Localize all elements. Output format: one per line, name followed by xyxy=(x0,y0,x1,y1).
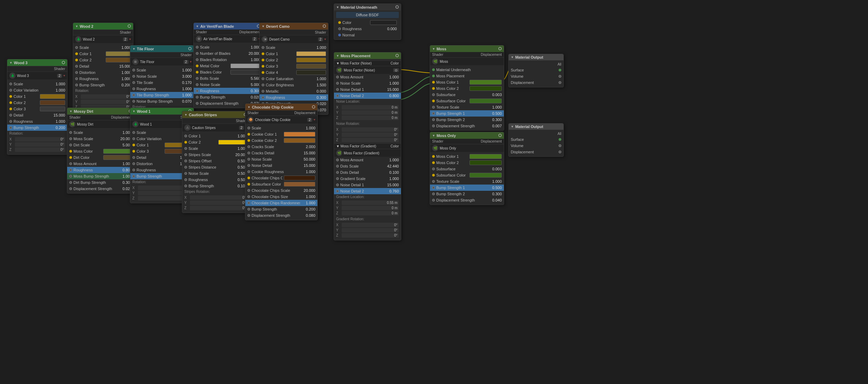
mpg-grad-rotation: X0° Y0° Z0° xyxy=(334,222,401,239)
moss-gradient-inner: 🌿 Moss Factor (Gradient) xyxy=(334,149,401,157)
moss-noise-inner: 🌿 Moss Factor (Noise) ⊙ xyxy=(334,66,401,74)
cs-rotation: X0° Y0° Z0° xyxy=(182,194,249,211)
wood3-color1-swatch[interactable] xyxy=(40,94,65,99)
desert-camo-inner: 🏜 Desert Camo 2 ♥ xyxy=(260,35,328,43)
wood3-color1-socket xyxy=(9,95,12,98)
wood3-header[interactable]: ▼ Wood 3 ⬡ xyxy=(7,59,67,66)
m-placement: Moss Placement xyxy=(430,73,504,79)
air-vent-header[interactable]: ▼ Air Vent/Fan Blade ⬡ xyxy=(194,23,262,29)
wood2-roughness: Roughness 1.000 xyxy=(73,76,133,82)
av-bump: Bump Strength0.020 xyxy=(194,94,262,100)
wood3-color2-swatch[interactable] xyxy=(40,100,65,105)
m-bump1: Bump Strength 10.500 xyxy=(430,110,504,117)
moss-factor-noise-header: ▼ Moss Factor (Noise) Color xyxy=(334,60,401,66)
wood3-node: ▼ Wood 3 ⬡ Shader 🌲 Wood 3 2 ♥ Scale 1.0… xyxy=(7,59,68,155)
wood3-color2-label: Color 2 xyxy=(14,101,38,105)
av-blades: Number of Blades20.000 xyxy=(194,50,262,57)
material-underneath-icon: ⬡ xyxy=(395,5,399,9)
mo-bump2: Bump Strength 20.300 xyxy=(430,191,504,197)
mossy-dirt-inner: 🌿 Mossy Dirt xyxy=(67,120,134,128)
caution-stripes-inner: ⚠ Caution Stripes 2 ♥ xyxy=(182,123,249,131)
chocolate-title: Chocolate Chip Cookie xyxy=(252,105,293,109)
cs-noisescale: Noise Scale0.500 xyxy=(182,170,249,177)
wood3-bumpstrength-row: Bump Strength 0.200 xyxy=(7,125,67,131)
moss-only-subheader: ShaderDisplacement xyxy=(430,139,504,144)
mossy-dirt-title: Mossy Dirt xyxy=(74,109,93,113)
air-vent-subheader: ShaderDisplacement xyxy=(194,29,262,35)
material-output-1-header[interactable]: ▼ Material Output xyxy=(509,54,563,60)
wood3-roughness-row: Roughness 1.000 xyxy=(7,118,67,125)
cc-color2: Cookie Color 2 xyxy=(245,137,317,144)
wood2-icon: ⬡ xyxy=(128,24,131,28)
air-vent-inner: ⚙ Air Vent/Fan Blade 2 ♥ xyxy=(194,35,262,43)
chocolate-header[interactable]: ▼ Chocolate Chip Cookie ⬡ xyxy=(245,104,317,110)
cc-cracksdetail: Cracks Detail15.000 xyxy=(245,150,317,156)
cc-chipcolor: Chocolate Chips Color xyxy=(245,175,317,181)
cs-bump: Bump Strength0.100 xyxy=(182,183,249,189)
moss-subheader: ShaderDisplacement xyxy=(430,52,504,57)
av-bolts: Bolts Scale5.560 xyxy=(194,75,262,82)
material-output-2-header[interactable]: ▼ Material Output xyxy=(509,123,563,130)
wood2-color1: Color 1 xyxy=(73,51,133,57)
desert-camo-icon: ⬡ xyxy=(323,24,326,28)
mp-noisedetail2: Noise Detail 20.800 xyxy=(334,93,401,99)
moss-only-header[interactable]: ▼ Moss Only ⬡ xyxy=(430,132,504,139)
air-vent-node: ▼ Air Vent/Fan Blade ⬡ ShaderDisplacemen… xyxy=(193,23,263,108)
wood3-color3-swatch[interactable] xyxy=(40,106,65,111)
moss-title: Moss xyxy=(437,47,446,51)
tf-noisebump: Noise Bump Strength0.070 xyxy=(130,98,194,104)
caution-stripes-node: ▼ Caution Stripes ⬡ Shader ⚠ Caution Str… xyxy=(182,111,249,213)
tile-floor-header[interactable]: ▼ Tile Floor ⬡ xyxy=(130,45,194,52)
wood3-roughness-label: Roughness xyxy=(14,119,50,123)
mossy-dirt-header[interactable]: ▼ Mossy Dirt ⬡ xyxy=(67,108,134,114)
wood2-detail: Detail 15.000 xyxy=(73,63,133,69)
moss-only-title: Moss Only xyxy=(437,134,456,138)
moss-factor-gradient-header: ▼ Moss Factor (Gradient) Color xyxy=(334,143,401,149)
material-underneath-body: Diffuse BSDF Color Roughness 0.000 Norma… xyxy=(334,10,401,40)
wood2-title: Wood 2 xyxy=(80,24,94,28)
desert-camo-header[interactable]: ▼ Desert Camo ⬡ xyxy=(260,23,328,29)
wood3-collapse[interactable]: ▼ xyxy=(9,61,12,65)
wood3-subheader: Shader xyxy=(7,66,67,71)
tf-scale: Scale1.000 xyxy=(130,67,194,73)
wood3-bump-value: 0.200 xyxy=(51,126,65,130)
mo-subsurf-color: Subsurface Color xyxy=(430,172,504,178)
mossy-dirt-body: Scale1.000 Moss Scale20.000 Dirt Scale5.… xyxy=(67,128,134,193)
mp-noise-rotation: X0° Y0° Z0° xyxy=(334,126,401,143)
av-metalcolor: Metal Color xyxy=(194,63,262,69)
wood2-bump: Bump Strength 0.200 xyxy=(73,82,133,88)
material-underneath-header[interactable]: ▼ Material Underneath ⬡ xyxy=(334,4,401,10)
moss-only-icon: ⬡ xyxy=(498,133,502,138)
caution-stripes-header[interactable]: ▼ Caution Stripes ⬡ xyxy=(182,111,249,118)
moss-placement-header[interactable]: ▼ Moss Placement ⬡ xyxy=(334,52,401,59)
wood2-header[interactable]: ▼ Wood 2 ⬡ xyxy=(73,23,133,29)
mo2-volume: Volume xyxy=(509,143,563,149)
wood2-inner: 🌲 Wood 2 2 ♥ xyxy=(73,35,133,43)
wood2-subheader: Shader xyxy=(73,29,133,35)
wood3-inner-name: Wood 3 xyxy=(17,74,56,78)
wood3-scale-row: Scale 1.000 xyxy=(7,81,67,87)
moss-placement-title: Moss Placement xyxy=(341,54,370,58)
md-mossscale: Moss Scale20.000 xyxy=(67,136,134,142)
wood3-rotation-label: Rotation: xyxy=(7,131,67,136)
av-roughness: Roughness0.300 xyxy=(194,88,262,94)
tile-floor-inner: ⊞ Tile Floor 2 ♥ xyxy=(130,58,194,66)
mpg-mossamount: Moss Amount1.000 xyxy=(334,157,401,163)
mo-bump1: Bump Strength 10.500 xyxy=(430,185,504,191)
mpg-dotsscale: Dots Scale42.440 xyxy=(334,163,401,169)
material-output-2-node: ▼ Material Output All Surface Volume Dis… xyxy=(508,123,564,157)
wood2-body: Scale 1.000 Color 1 Color 2 Detail 15.00… xyxy=(73,43,133,112)
moss-header[interactable]: ▼ Moss ⬡ xyxy=(430,45,504,52)
wood3-color3-socket xyxy=(9,108,12,110)
dc-colorsat: Color Saturation1.000 xyxy=(260,76,328,82)
mo1-surface: Surface xyxy=(509,67,563,73)
wood2-shader-icon: 🌲 xyxy=(75,36,81,42)
chocolate-subheader: ShaderDisplacement xyxy=(245,110,317,116)
mpg-noisedetail1: Noise Detail 115.000 xyxy=(334,182,401,188)
wood3-color1-row: Color 1 xyxy=(7,93,67,100)
m-color1: Moss Color 1 xyxy=(430,79,504,85)
mu-normal: Normal xyxy=(336,32,399,38)
wood2-node: ▼ Wood 2 ⬡ Shader 🌲 Wood 2 2 ♥ Scale 1.0… xyxy=(73,23,133,112)
dc-scale: Scale1.000 xyxy=(260,44,328,51)
wood3-title: Wood 3 xyxy=(14,61,28,65)
